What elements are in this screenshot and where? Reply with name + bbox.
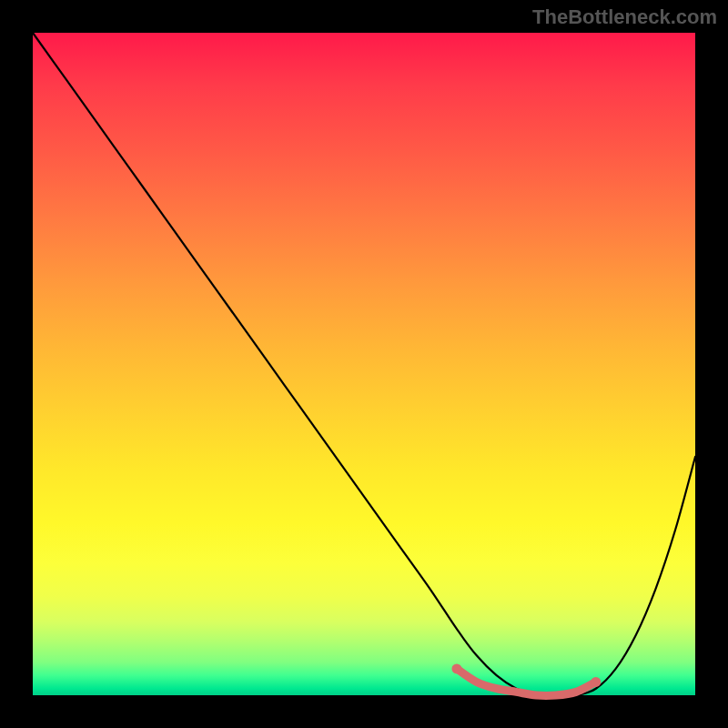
- highlight-endpoint: [451, 663, 461, 673]
- chart-container: TheBottleneck.com: [0, 0, 728, 728]
- highlight-band: [457, 669, 596, 696]
- watermark-text: TheBottleneck.com: [532, 5, 717, 29]
- curve-layer: [33, 33, 695, 695]
- plot-area: [33, 33, 695, 695]
- bottleneck-curve: [33, 33, 695, 696]
- highlight-endpoint: [591, 677, 601, 687]
